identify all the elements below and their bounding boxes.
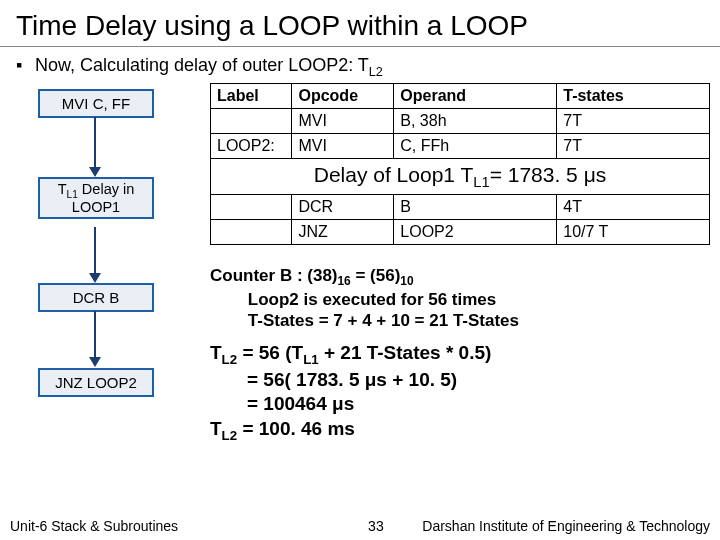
c2: = 56( 1783. 5 μs + 10. 5) [210, 369, 457, 390]
c1sub2: L1 [303, 351, 319, 366]
note-l1b: = (56) [351, 266, 401, 285]
c1a: T [210, 342, 222, 363]
cell: C, FFh [394, 133, 557, 158]
intro-text-a: Now, Calculating delay of outer LOOP2: T [35, 55, 369, 75]
banner-row: Delay of Loop1 TL1= 1783. 5 μs [211, 158, 710, 194]
bullet-icon: ▪ [16, 55, 30, 76]
banner-sub: L1 [473, 174, 489, 190]
cell: 10/7 T [557, 219, 710, 244]
cell [211, 194, 292, 219]
notes-block: Counter B : (38)16 = (56)10 Loop2 is exe… [210, 265, 710, 332]
th-label: Label [211, 83, 292, 108]
banner-b: = 1783. 5 μs [490, 163, 607, 186]
footer: Unit-6 Stack & Subroutines 33 Darshan In… [0, 512, 720, 540]
cell: B [394, 194, 557, 219]
flow-box-dcr: DCR B [38, 283, 154, 312]
th-operand: Operand [394, 83, 557, 108]
tl1-loop1: LOOP1 [72, 199, 120, 215]
cell: MVI [292, 108, 394, 133]
cell: 4T [557, 194, 710, 219]
c1sub: L2 [222, 351, 238, 366]
footer-unit: Unit-6 Stack & Subroutines [10, 518, 178, 534]
th-opcode: Opcode [292, 83, 394, 108]
table-row: JNZ LOOP2 10/7 T [211, 219, 710, 244]
c4a: T [210, 418, 222, 439]
intro-sub: L2 [369, 65, 383, 79]
table-row: DCR B 4T [211, 194, 710, 219]
banner-cell: Delay of Loop1 TL1= 1783. 5 μs [211, 158, 710, 194]
table-row: LOOP2: MVI C, FFh 7T [211, 133, 710, 158]
calc-block: TL2 = 56 (TL1 + 21 T-States * 0.5) = 56(… [210, 341, 710, 445]
main-area: MVI C, FF TL1 Delay in LOOP1 DCR B JNZ L… [0, 83, 720, 493]
flow-box-delay: TL1 Delay in LOOP1 [38, 177, 154, 219]
cell: JNZ [292, 219, 394, 244]
th-tstates: T-states [557, 83, 710, 108]
slide-title: Time Delay using a LOOP within a LOOP [0, 0, 720, 47]
c3: = 100464 μs [210, 393, 354, 414]
note-l2: Loop2 is executed for 56 times [248, 290, 496, 309]
note-l1s2: 10 [400, 274, 413, 288]
cell: 7T [557, 108, 710, 133]
table-header-row: Label Opcode Operand T-states [211, 83, 710, 108]
cell: 7T [557, 133, 710, 158]
table-row: MVI B, 38h 7T [211, 108, 710, 133]
cell [211, 219, 292, 244]
note-l3: T-States = 7 + 4 + 10 = 21 T-States [248, 311, 519, 330]
note-l1s1: 16 [338, 274, 351, 288]
cell [211, 108, 292, 133]
flow-box-jnz: JNZ LOOP2 [38, 368, 154, 397]
c1b: = 56 (T [237, 342, 303, 363]
instruction-table: Label Opcode Operand T-states MVI B, 38h… [210, 83, 710, 245]
tl1-t: T [58, 181, 67, 197]
cell: B, 38h [394, 108, 557, 133]
arrow-icon [94, 311, 96, 365]
cell: DCR [292, 194, 394, 219]
arrow-icon [94, 227, 96, 281]
cell: MVI [292, 133, 394, 158]
footer-institute: Darshan Institute of Engineering & Techn… [384, 518, 710, 534]
footer-page: 33 [368, 518, 384, 534]
note-l1a: Counter B : (38) [210, 266, 338, 285]
cell: LOOP2 [394, 219, 557, 244]
tl1-rest: Delay in [78, 181, 134, 197]
banner-a: Delay of Loop1 T [314, 163, 474, 186]
c4b: = 100. 46 ms [237, 418, 355, 439]
intro-line: ▪ Now, Calculating delay of outer LOOP2:… [0, 47, 720, 83]
arrow-icon [94, 117, 96, 175]
c4sub: L2 [222, 428, 238, 443]
cell: LOOP2: [211, 133, 292, 158]
flow-box-mvi: MVI C, FF [38, 89, 154, 118]
tl1-sub: L1 [67, 188, 78, 199]
c1c: + 21 T-States * 0.5) [319, 342, 492, 363]
